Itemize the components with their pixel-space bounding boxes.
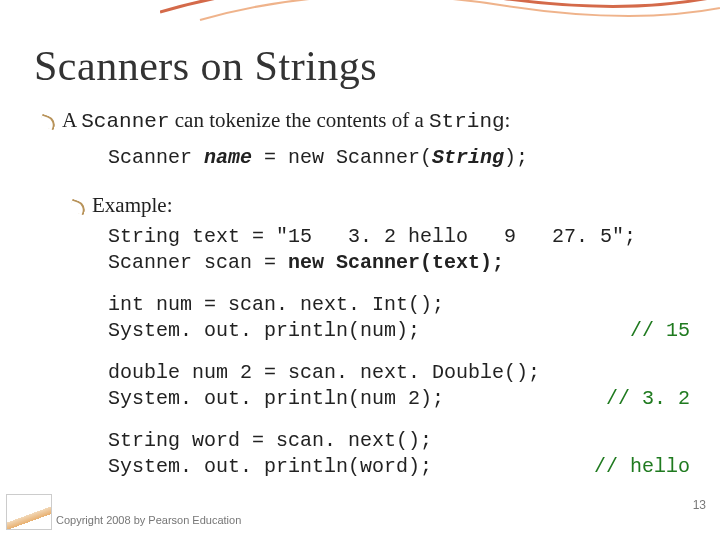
code-comment: // hello	[564, 454, 690, 480]
slide: Scanners on Strings A Scanner can tokeni…	[0, 0, 720, 540]
code-line: int num = scan. next. Int();	[108, 292, 444, 318]
code-block: String text = "15 3. 2 hello 9 27. 5"; S…	[36, 224, 690, 480]
slide-title: Scanners on Strings	[0, 0, 720, 90]
syntax-part: Scanner	[108, 146, 204, 169]
text: can tokenize the contents of a	[169, 108, 428, 132]
slide-body: A Scanner can tokenize the contents of a…	[0, 90, 720, 480]
code-line: System. out. println(num);	[108, 318, 420, 344]
bullet-example: Example:	[36, 191, 690, 219]
page-number: 13	[693, 498, 706, 512]
thumbnail-icon	[6, 494, 52, 530]
text: :	[505, 108, 511, 132]
copyright-text: Copyright 2008 by Pearson Education	[56, 514, 241, 526]
code-line: String word = scan. next();	[108, 428, 432, 454]
code-line: String text = "15 3. 2 hello 9 27. 5";	[108, 224, 636, 250]
code-comment: // 15	[600, 318, 690, 344]
code-line: double num 2 = scan. next. Double();	[108, 360, 540, 386]
syntax-line: Scanner name = new Scanner(String);	[36, 144, 690, 171]
syntax-name: name	[204, 146, 252, 169]
code-inline-scanner: Scanner	[81, 110, 169, 133]
code-inline-string: String	[429, 110, 505, 133]
code-comment: // 3. 2	[576, 386, 690, 412]
syntax-part: );	[504, 146, 528, 169]
code-line: Scanner scan = new Scanner(text);	[108, 250, 504, 276]
code-line: System. out. println(word);	[108, 454, 432, 480]
code-line: System. out. println(num 2);	[108, 386, 444, 412]
syntax-param: String	[432, 146, 504, 169]
text: A	[62, 108, 81, 132]
bullet-intro: A Scanner can tokenize the contents of a…	[36, 106, 690, 136]
syntax-part: = new Scanner(	[252, 146, 432, 169]
